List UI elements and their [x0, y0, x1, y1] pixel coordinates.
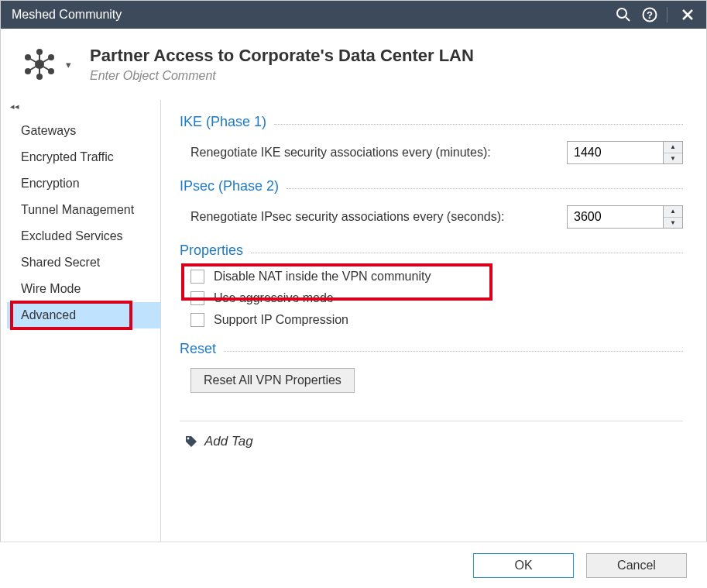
ike-minutes-input[interactable] [567, 141, 663, 164]
window-title: Meshed Community [12, 8, 608, 22]
body: ◂◂ Gateways Encrypted Traffic Encryption… [1, 100, 706, 555]
section-reset: Reset [180, 341, 683, 357]
sidebar-item-encryption[interactable]: Encryption [7, 170, 160, 197]
ipsec-renegotiate-row: Renegotiate IPsec security associations … [180, 205, 683, 229]
header-text: Partner Access to Corporate's Data Cente… [90, 46, 474, 83]
footer: OK Cancel [0, 542, 707, 588]
ike-spin-buttons[interactable]: ▲ ▼ [663, 141, 683, 164]
comment-placeholder[interactable]: Enter Object Comment [90, 69, 474, 83]
svg-text:?: ? [647, 9, 653, 21]
section-rule [251, 253, 683, 253]
section-title-properties: Properties [180, 242, 243, 259]
checkbox-aggressive-label: Use aggressive mode [214, 291, 334, 305]
svg-point-19 [187, 438, 190, 440]
section-title-ipsec: IPsec (Phase 2) [180, 178, 279, 194]
collapse-sidebar-icon[interactable]: ◂◂ [7, 100, 160, 116]
vertical-divider [160, 100, 161, 555]
sidebar-item-wire-mode[interactable]: Wire Mode [7, 276, 160, 302]
titlebar-divider [667, 7, 668, 22]
close-icon[interactable] [677, 4, 698, 26]
section-rule [224, 351, 683, 352]
sidebar-item-advanced[interactable]: Advanced [7, 302, 160, 328]
content-panel: IKE (Phase 1) Renegotiate IKE security a… [180, 100, 706, 555]
ike-renegotiate-row: Renegotiate IKE security associations ev… [180, 141, 683, 164]
page-title: Partner Access to Corporate's Data Cente… [90, 46, 474, 66]
sidebar-item-tunnel-management[interactable]: Tunnel Management [7, 197, 160, 223]
ok-button[interactable]: OK [473, 553, 574, 578]
sidebar-item-shared-secret[interactable]: Shared Secret [7, 249, 160, 276]
ipsec-spin-up-icon[interactable]: ▲ [664, 206, 682, 218]
ipsec-renegotiate-label: Renegotiate IPsec security associations … [190, 210, 567, 224]
checkbox-disable-nat-row[interactable]: Disable NAT inside the VPN community [180, 270, 683, 284]
ike-spin-up-icon[interactable]: ▲ [664, 142, 682, 153]
tag-icon [184, 435, 198, 449]
ipsec-seconds-input[interactable] [567, 205, 663, 229]
section-ipsec: IPsec (Phase 2) [180, 178, 683, 194]
checkbox-aggressive-row[interactable]: Use aggressive mode [180, 291, 683, 305]
ike-spin-down-icon[interactable]: ▼ [664, 153, 682, 164]
checkbox-disable-nat[interactable] [190, 270, 204, 284]
checkbox-aggressive[interactable] [190, 291, 204, 305]
ipsec-spin-buttons[interactable]: ▲ ▼ [663, 205, 683, 229]
sidebar-item-gateways[interactable]: Gateways [7, 118, 160, 144]
mesh-community-icon [18, 43, 61, 86]
ike-minutes-spinner[interactable]: ▲ ▼ [567, 141, 683, 164]
section-title-reset: Reset [180, 341, 216, 357]
sidebar: Gateways Encrypted Traffic Encryption Tu… [7, 116, 160, 328]
title-bar: Meshed Community ? [1, 1, 706, 29]
checkbox-disable-nat-label: Disable NAT inside the VPN community [214, 270, 431, 284]
ike-renegotiate-label: Renegotiate IKE security associations ev… [190, 146, 567, 160]
section-rule [287, 188, 683, 189]
svg-point-0 [617, 9, 626, 18]
search-icon[interactable] [613, 4, 634, 26]
svg-line-1 [626, 17, 630, 21]
checkbox-compression[interactable] [190, 313, 204, 327]
reset-all-button[interactable]: Reset All VPN Properties [190, 368, 355, 393]
section-ike: IKE (Phase 1) [180, 114, 683, 130]
ipsec-spin-down-icon[interactable]: ▼ [664, 218, 682, 229]
section-properties: Properties [180, 242, 683, 259]
sidebar-item-encrypted-traffic[interactable]: Encrypted Traffic [7, 144, 160, 170]
section-rule [274, 124, 683, 125]
header: ▾ Partner Access to Corporate's Data Cen… [1, 29, 706, 100]
add-tag-button[interactable]: Add Tag [180, 434, 683, 449]
help-icon[interactable]: ? [639, 4, 661, 26]
cancel-button[interactable]: Cancel [586, 553, 687, 578]
section-title-ike: IKE (Phase 1) [180, 114, 266, 130]
checkbox-compression-label: Support IP Compression [214, 313, 348, 327]
sidebar-item-excluded-services[interactable]: Excluded Services [7, 223, 160, 249]
object-type-dropdown-icon[interactable]: ▾ [66, 59, 71, 70]
horizontal-divider [180, 421, 683, 421]
add-tag-label: Add Tag [204, 434, 253, 449]
checkbox-compression-row[interactable]: Support IP Compression [180, 313, 683, 327]
ipsec-seconds-spinner[interactable]: ▲ ▼ [567, 205, 683, 229]
